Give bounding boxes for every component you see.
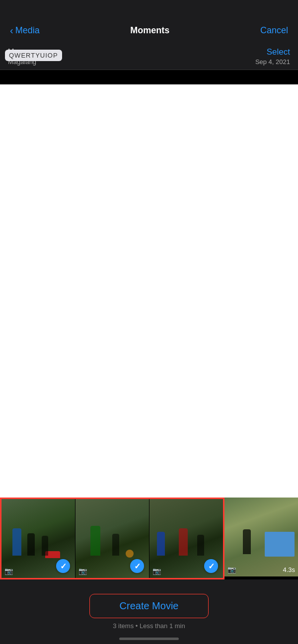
home-indicator [119, 638, 179, 640]
keyboard-hint-text: QWERTYUIOP [9, 52, 58, 59]
person-silhouette [90, 526, 100, 556]
person-silhouette [12, 528, 21, 556]
video-camera-icon-3: 📷 [152, 567, 161, 575]
create-movie-label: Create Movie [120, 600, 179, 611]
person-silhouette [179, 528, 188, 556]
building-decoration [265, 532, 295, 557]
section-right: Select Sep 4, 2021 [255, 47, 290, 66]
video-thumb-1[interactable]: 📷 ✓ [1, 499, 75, 578]
checkmark-2: ✓ [130, 559, 144, 573]
checkmark-3: ✓ [204, 559, 218, 573]
page-title: Moments [130, 25, 169, 36]
video-thumb-2[interactable]: 📷 ✓ [75, 499, 149, 578]
chevron-left-icon: ‹ [10, 25, 13, 36]
video-thumb-3[interactable]: 📷 ✓ [149, 499, 223, 578]
items-info: 3 items • Less than 1 min [113, 622, 185, 630]
video-camera-icon-1: 📷 [4, 567, 13, 575]
header: ‹ Media Moments Cancel [0, 0, 298, 42]
video-camera-icon-2: 📷 [78, 567, 87, 575]
person-silhouette [197, 535, 204, 556]
section-date: Sep 4, 2021 [255, 58, 290, 66]
ball [126, 550, 134, 558]
create-movie-button[interactable]: Create Movie [89, 594, 209, 618]
checkmark-1: ✓ [56, 559, 70, 573]
keyboard-hint: QWERTYUIOP [5, 50, 62, 61]
main-content: 📷 ✓ 📷 ✓ [0, 84, 298, 579]
video-scene-4 [224, 498, 298, 576]
select-button[interactable]: Select [255, 47, 290, 57]
person-silhouette [112, 534, 119, 556]
video-thumb-4[interactable]: 📷 4.3s [224, 498, 298, 576]
back-button[interactable]: ‹ Media [10, 25, 40, 36]
person-silhouette [42, 536, 48, 556]
video-camera-icon-4: 📷 [227, 566, 236, 573]
cancel-button[interactable]: Cancel [260, 25, 288, 36]
person-silhouette [157, 532, 165, 556]
bottom-bar: Create Movie 3 items • Less than 1 min [0, 579, 298, 644]
back-label: Media [15, 25, 40, 36]
video-grid: 📷 ✓ 📷 ✓ [0, 498, 298, 579]
selected-video-group: 📷 ✓ 📷 ✓ [0, 498, 224, 579]
person-silhouette [243, 529, 251, 554]
video-duration-4: 4.3s [283, 566, 295, 573]
person-silhouette [27, 533, 35, 556]
